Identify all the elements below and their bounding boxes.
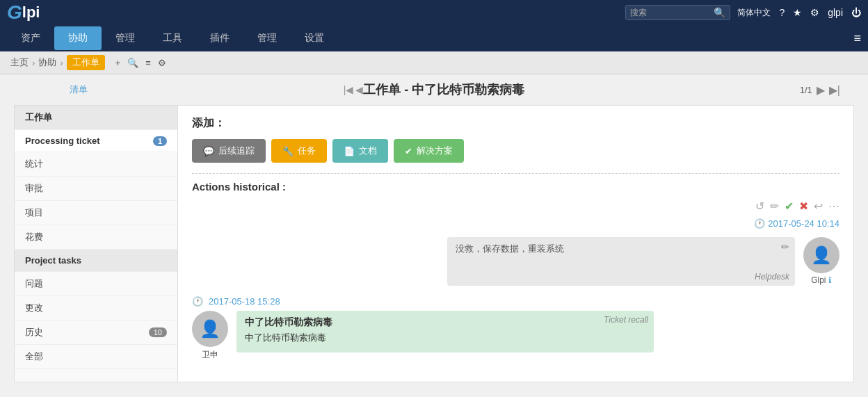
- breadcrumb-ticket[interactable]: 工作单: [67, 55, 105, 70]
- clock-icon-1: 🕐: [754, 218, 765, 229]
- sidebar-label-project-tasks: Project tasks: [25, 255, 81, 266]
- message-timestamp-1: 2017-05-24 10:14: [768, 218, 839, 229]
- message-bubble-ticket: Ticket recall 中了比特币勒索病毒 中了比特币勒索病毒: [236, 311, 654, 353]
- task-label: 任务: [298, 145, 316, 157]
- page-container: |◀ ◀ 清单 工作单 - 中了比特币勒索病毒 1/1 ▶ ▶| 工作单 Pro…: [0, 74, 868, 395]
- ticket-recall-label: Ticket recall: [604, 315, 648, 325]
- breadcrumb-assist[interactable]: 协助: [38, 56, 56, 69]
- message-box-helpdesk: 🕐 2017-05-24 10:14 ✏ 没救，保存数据，重装系统 Helpde…: [192, 218, 839, 286]
- first-page-icon[interactable]: |◀: [344, 84, 354, 95]
- nav-prev-arrows: |◀ ◀: [344, 84, 364, 95]
- breadcrumb: 主页 › 协助 › 工作单 + 🔍 ≡ ⚙: [0, 51, 868, 74]
- avatar-icon-weishen: 👤: [192, 311, 228, 347]
- doc-label: 文档: [359, 145, 377, 157]
- message-time-helpdesk: 🕐 2017-05-24 10:14: [754, 218, 839, 229]
- sidebar-item-stats[interactable]: 统计: [15, 152, 177, 177]
- sidebar-item-cost[interactable]: 花费: [15, 225, 177, 250]
- top-bar: Glpi 🔍 简体中文 ? ★ ⚙ glpi ⏻: [0, 0, 868, 25]
- last-page-icon[interactable]: ▶|: [829, 83, 840, 97]
- avatar-name-glpi: Glpi ℹ: [811, 275, 832, 285]
- message-timestamp-2: 2017-05-18 15:28: [209, 296, 280, 307]
- nav-item-settings[interactable]: 设置: [291, 26, 338, 50]
- sidebar-item-history[interactable]: 历史 10: [15, 321, 177, 345]
- logo-lpi: lpi: [22, 3, 40, 22]
- breadcrumb-sep1: ›: [32, 58, 35, 68]
- sidebar-item-processing[interactable]: Processing ticket 1: [15, 130, 177, 152]
- avatar-weishen: 👤 卫申: [192, 311, 228, 361]
- message-bubble-helpdesk: ✏ 没救，保存数据，重装系统 Helpdesk: [447, 237, 795, 286]
- info-icon[interactable]: ℹ: [828, 275, 832, 285]
- message-title-ticket: 中了比特币勒索病毒: [245, 316, 645, 329]
- star-icon[interactable]: ★: [793, 7, 802, 18]
- sidebar-item-problem[interactable]: 问题: [15, 272, 177, 296]
- sidebar-item-approval[interactable]: 审批: [15, 177, 177, 201]
- action-buttons: 💬 后续追踪 🔧 任务 📄 文档 ✔ 解决方案: [192, 139, 839, 163]
- breadcrumb-actions: + 🔍 ≡ ⚙: [115, 58, 166, 68]
- breadcrumb-list-icon[interactable]: ≡: [145, 58, 151, 68]
- check-icon[interactable]: ✔: [785, 200, 794, 213]
- edit-msg-icon[interactable]: ✏: [781, 241, 789, 252]
- divider: [192, 173, 839, 174]
- breadcrumb-add-icon[interactable]: +: [115, 58, 121, 68]
- search-input[interactable]: [630, 8, 714, 17]
- message-content-1: 没救，保存数据，重装系统: [456, 243, 564, 254]
- sidebar-label-history: 历史: [25, 326, 43, 339]
- avatar-glpi: 👤 Glpi ℹ: [803, 237, 839, 285]
- edit-icon[interactable]: ✏: [770, 200, 779, 213]
- sidebar-label-project: 项目: [25, 206, 43, 219]
- sidebar: 工作单 Processing ticket 1 统计 审批 项目 花费 Proj…: [15, 106, 178, 382]
- list-link[interactable]: 清单: [70, 83, 88, 96]
- breadcrumb-gear-icon[interactable]: ⚙: [158, 58, 166, 68]
- hamburger-menu[interactable]: ≡: [853, 31, 861, 46]
- help-icon[interactable]: ?: [779, 7, 785, 18]
- close-icon[interactable]: ✖: [799, 200, 808, 213]
- redo-icon[interactable]: ↺: [755, 200, 764, 213]
- helpdesk-label: Helpdesk: [755, 272, 789, 282]
- solution-label: 解决方案: [417, 145, 453, 157]
- nav-bar: 资产 协助 管理 工具 插件 管理 设置 ≡: [0, 25, 868, 51]
- history-icon[interactable]: ↩: [814, 200, 823, 213]
- nav-item-manage2[interactable]: 管理: [243, 26, 291, 50]
- task-icon: 🔧: [282, 146, 294, 156]
- sidebar-item-project[interactable]: 项目: [15, 201, 177, 225]
- nav-item-assist[interactable]: 协助: [54, 26, 102, 50]
- nav-item-assets[interactable]: 资产: [7, 26, 54, 50]
- more-icon[interactable]: ⋯: [828, 200, 839, 213]
- followup-button[interactable]: 💬 后续追踪: [192, 139, 266, 163]
- breadcrumb-search-icon[interactable]: 🔍: [127, 58, 138, 68]
- sidebar-item-change[interactable]: 更改: [15, 296, 177, 321]
- search-box[interactable]: 🔍: [625, 5, 730, 20]
- solution-button[interactable]: ✔ 解决方案: [394, 139, 464, 163]
- language-label[interactable]: 简体中文: [737, 7, 771, 19]
- sidebar-label-approval: 审批: [25, 182, 43, 195]
- actions-historical-label: Actions historical :: [192, 181, 839, 193]
- page-number: 1/1: [800, 85, 812, 95]
- nav-item-tools[interactable]: 工具: [149, 26, 196, 50]
- right-panel: 添加： 💬 后续追踪 🔧 任务 📄 文档 ✔ 解决方案: [178, 106, 853, 382]
- followup-icon: 💬: [203, 146, 214, 156]
- message-content-2: 中了比特币勒索病毒: [245, 332, 645, 344]
- pagination-controls: 1/1 ▶ ▶|: [800, 83, 840, 97]
- add-label: 添加：: [192, 116, 839, 131]
- search-icon[interactable]: 🔍: [714, 7, 725, 18]
- task-button[interactable]: 🔧 任务: [271, 139, 327, 163]
- nav-item-plugins[interactable]: 插件: [196, 26, 243, 50]
- sidebar-item-all[interactable]: 全部: [15, 345, 177, 369]
- sidebar-label-workorder: 工作单: [25, 111, 52, 124]
- doc-button[interactable]: 📄 文档: [332, 139, 388, 163]
- power-icon[interactable]: ⏻: [851, 7, 861, 18]
- page-title: 工作单 - 中了比特币勒索病毒: [363, 81, 524, 98]
- pagination-bar: |◀ ◀ 清单 工作单 - 中了比特币勒索病毒 1/1 ▶ ▶|: [14, 81, 854, 98]
- breadcrumb-home[interactable]: 主页: [10, 56, 29, 69]
- breadcrumb-sep2: ›: [60, 58, 63, 68]
- sidebar-badge-history: 10: [149, 327, 167, 337]
- prev-page-icon[interactable]: ◀: [355, 84, 363, 95]
- nav-item-manage1[interactable]: 管理: [102, 26, 149, 50]
- user-label[interactable]: glpi: [828, 7, 843, 18]
- gear-icon[interactable]: ⚙: [810, 7, 819, 18]
- logo: Glpi: [7, 1, 40, 24]
- next-page-icon[interactable]: ▶: [817, 83, 825, 97]
- sidebar-label-processing: Processing ticket: [25, 136, 100, 146]
- action-row-icons: ↺ ✏ ✔ ✖ ↩ ⋯: [192, 200, 839, 213]
- sidebar-badge-processing: 1: [153, 136, 167, 146]
